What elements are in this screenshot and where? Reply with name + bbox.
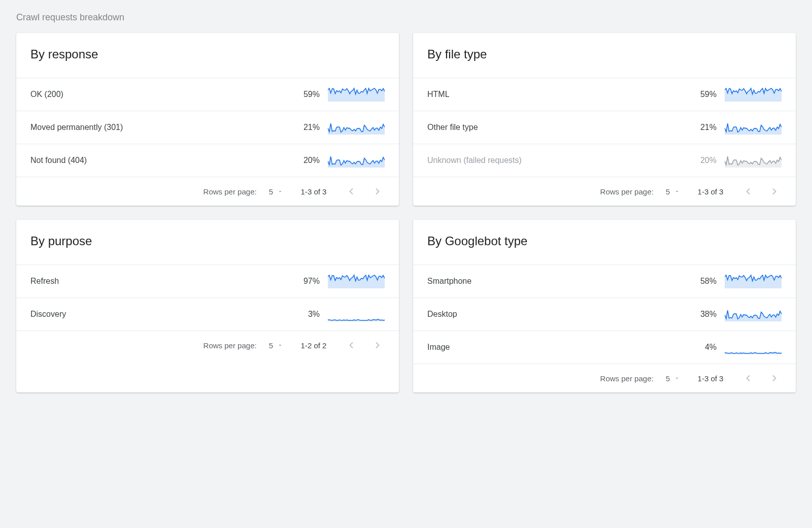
row-percentage: 20% [294, 156, 320, 165]
card-header: By Googlebot type [413, 220, 796, 265]
sparkline-icon [328, 274, 385, 288]
rows-per-page-select[interactable]: 5 [666, 374, 680, 383]
next-page-button[interactable] [370, 184, 385, 199]
table-row[interactable]: Image 4% [413, 331, 796, 364]
prev-page-button[interactable] [741, 184, 755, 199]
page-range: 1-3 of 3 [692, 374, 729, 383]
row-percentage: 58% [691, 277, 717, 286]
card-header: By response [16, 33, 399, 78]
card-header: By purpose [16, 220, 399, 265]
next-page-button[interactable] [767, 184, 782, 199]
row-label: Other file type [427, 123, 683, 132]
card-title: By file type [427, 47, 782, 61]
card-title: By purpose [30, 234, 385, 248]
row-percentage: 4% [691, 343, 717, 352]
dropdown-icon [674, 375, 680, 381]
row-percentage: 20% [691, 156, 717, 165]
row-label: Refresh [30, 277, 286, 286]
table-row[interactable]: Discovery 3% [16, 298, 399, 331]
dropdown-icon [674, 188, 680, 194]
next-page-button[interactable] [370, 338, 385, 352]
table-row[interactable]: Refresh 97% [16, 265, 399, 298]
sparkline-icon [328, 307, 385, 321]
page-range: 1-3 of 3 [692, 187, 729, 196]
row-label: OK (200) [30, 90, 286, 99]
sparkline-icon [725, 340, 782, 354]
row-percentage: 21% [294, 123, 320, 132]
table-row[interactable]: HTML 59% [413, 78, 796, 111]
pagination: Rows per page: 5 1-3 of 3 [413, 177, 796, 206]
dropdown-icon [277, 188, 283, 194]
section-title: Crawl requests breakdown [16, 12, 796, 23]
row-label: Moved permanently (301) [30, 123, 286, 132]
pagination: Rows per page: 5 1-3 of 3 [16, 177, 399, 206]
table-row[interactable]: Moved permanently (301) 21% [16, 111, 399, 144]
row-percentage: 97% [294, 277, 320, 286]
sparkline-icon [725, 87, 782, 102]
card-by-purpose: By purpose Refresh 97% Discovery 3% Rows… [16, 220, 399, 392]
sparkline-icon [328, 87, 385, 102]
card-by-file-type: By file type HTML 59% Other file type 21… [413, 33, 796, 206]
table-row[interactable]: Smartphone 58% [413, 265, 796, 298]
table-row[interactable]: Desktop 38% [413, 298, 796, 331]
row-percentage: 38% [691, 310, 717, 319]
prev-page-button[interactable] [741, 371, 755, 385]
card-title: By response [30, 47, 385, 61]
row-label: Desktop [427, 310, 683, 319]
row-label: Unknown (failed requests) [427, 156, 683, 165]
sparkline-icon [328, 153, 385, 168]
row-percentage: 21% [691, 123, 717, 132]
cards-grid: By response OK (200) 59% Moved permanent… [16, 33, 796, 392]
row-label: HTML [427, 90, 683, 99]
row-label: Not found (404) [30, 156, 286, 165]
rows-per-page-label: Rows per page: [600, 187, 654, 196]
pagination: Rows per page: 5 1-2 of 2 [16, 331, 399, 359]
sparkline-icon [725, 274, 782, 288]
table-row[interactable]: Other file type 21% [413, 111, 796, 144]
prev-page-button[interactable] [344, 184, 358, 199]
row-label: Image [427, 343, 683, 352]
sparkline-icon [725, 307, 782, 321]
rows-per-page-label: Rows per page: [204, 341, 257, 350]
sparkline-icon [725, 153, 782, 168]
table-row[interactable]: Not found (404) 20% [16, 144, 399, 177]
rows-per-page-label: Rows per page: [204, 187, 257, 196]
rows-per-page-value: 5 [269, 341, 273, 350]
rows-per-page-select[interactable]: 5 [269, 187, 283, 196]
row-percentage: 3% [294, 310, 320, 319]
rows-per-page-label: Rows per page: [600, 374, 654, 383]
sparkline-icon [725, 120, 782, 135]
page-range: 1-2 of 2 [295, 341, 332, 350]
sparkline-icon [328, 120, 385, 135]
prev-page-button[interactable] [344, 338, 358, 352]
rows-per-page-value: 5 [666, 187, 670, 196]
row-label: Smartphone [427, 277, 683, 286]
page-range: 1-3 of 3 [295, 187, 332, 196]
next-page-button[interactable] [767, 371, 782, 385]
card-header: By file type [413, 33, 796, 78]
rows-per-page-select[interactable]: 5 [269, 341, 283, 350]
row-label: Discovery [30, 310, 286, 319]
table-row[interactable]: Unknown (failed requests) 20% [413, 144, 796, 177]
rows-per-page-value: 5 [666, 374, 670, 383]
dropdown-icon [277, 342, 283, 348]
card-title: By Googlebot type [427, 234, 782, 248]
card-by-response: By response OK (200) 59% Moved permanent… [16, 33, 399, 206]
rows-per-page-value: 5 [269, 187, 273, 196]
rows-per-page-select[interactable]: 5 [666, 187, 680, 196]
card-by-googlebot-type: By Googlebot type Smartphone 58% Desktop… [413, 220, 796, 392]
row-percentage: 59% [294, 90, 320, 99]
table-row[interactable]: OK (200) 59% [16, 78, 399, 111]
pagination: Rows per page: 5 1-3 of 3 [413, 364, 796, 392]
row-percentage: 59% [691, 90, 717, 99]
